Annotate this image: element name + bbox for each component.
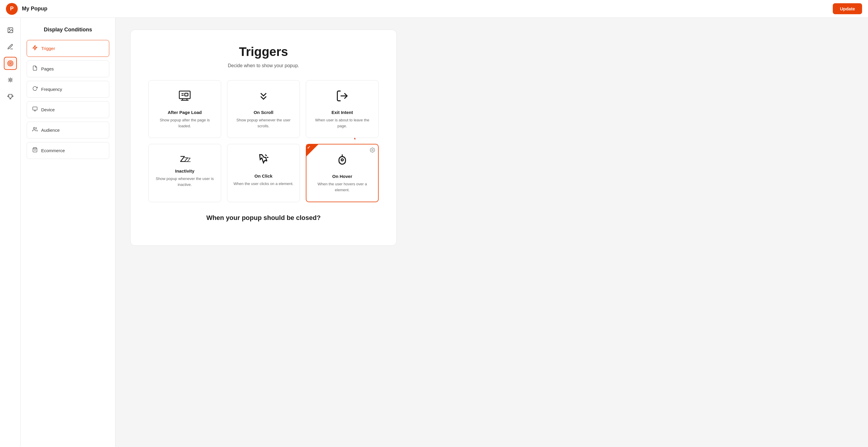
device-menu-label: Device <box>41 107 55 112</box>
svg-line-31 <box>265 155 267 156</box>
trigger-card-inactivity[interactable]: zzZ Inactivity Show popup whenever the u… <box>148 144 221 202</box>
trigger-card-on-hover[interactable]: On Hover When the user hovers over a ele… <box>306 144 379 202</box>
ecommerce-menu-icon <box>32 147 38 154</box>
app-title: My Popup <box>22 6 48 12</box>
svg-line-12 <box>11 78 12 79</box>
inactivity-name: Inactivity <box>175 168 194 173</box>
selected-check-badge <box>306 145 318 156</box>
sidebar-item-trophy[interactable] <box>4 90 17 103</box>
target-icon <box>7 60 13 67</box>
topbar: P My Popup Update <box>0 0 868 18</box>
trigger-card-on-click[interactable]: On Click When the user clicks on a eleme… <box>227 144 300 202</box>
svg-point-1 <box>9 29 10 30</box>
image-icon <box>7 27 13 33</box>
sidebar-item-pen[interactable] <box>4 40 17 53</box>
exit-icon <box>336 89 349 105</box>
page-load-name: After Page Load <box>167 110 202 115</box>
sidebar-item-target[interactable] <box>4 57 17 70</box>
pages-menu-icon <box>32 65 38 72</box>
device-menu-icon <box>32 106 38 113</box>
svg-line-10 <box>8 78 9 79</box>
click-icon <box>257 153 270 169</box>
exit-name: Exit Intent <box>332 110 353 115</box>
scroll-desc: Show popup whenever the user scrolls. <box>233 117 294 129</box>
trigger-menu-label: Trigger <box>41 46 55 51</box>
inactivity-desc: Show popup whenever the user is inactive… <box>155 176 215 187</box>
menu-item-frequency[interactable]: Frequency <box>27 81 109 98</box>
hover-icon <box>336 153 349 169</box>
frequency-menu-icon <box>32 86 38 93</box>
triggers-subtitle: Decide when to show your popup. <box>148 63 379 68</box>
svg-point-39 <box>344 162 345 164</box>
click-desc: When the user clicks on a element. <box>234 181 293 187</box>
page-load-desc: Show popup after the page is loaded. <box>155 117 215 129</box>
frequency-menu-label: Frequency <box>41 87 62 92</box>
svg-rect-26 <box>185 93 188 96</box>
svg-line-13 <box>8 81 9 82</box>
sleep-icon: zzZ <box>180 153 189 164</box>
menu-item-trigger[interactable]: Trigger <box>27 40 109 57</box>
icon-sidebar <box>0 18 21 447</box>
spider-icon <box>7 77 13 83</box>
svg-point-38 <box>340 162 341 164</box>
click-name: On Click <box>255 173 273 179</box>
svg-point-20 <box>33 127 35 129</box>
left-panel: Display Conditions Trigger Pages Frequen… <box>21 18 116 447</box>
menu-item-ecommerce[interactable]: Ecommerce <box>27 142 109 159</box>
svg-marker-16 <box>33 45 37 50</box>
main-content: Triggers Decide when to show your popup. <box>116 18 868 447</box>
trophy-icon <box>7 93 13 100</box>
sidebar-item-image[interactable] <box>4 24 17 37</box>
panel-title: Display Conditions <box>27 27 109 33</box>
update-button[interactable]: Update <box>833 3 862 14</box>
svg-point-35 <box>341 159 343 161</box>
menu-item-audience[interactable]: Audience <box>27 122 109 138</box>
scroll-name: On Scroll <box>254 110 274 115</box>
svg-point-3 <box>8 62 12 65</box>
scroll-icon <box>257 89 270 105</box>
logo-icon: P <box>6 3 18 15</box>
svg-point-5 <box>9 79 11 81</box>
content-card: Triggers Decide when to show your popup. <box>130 30 397 246</box>
pen-icon <box>7 43 13 50</box>
exit-desc: When user is about to leave the page. <box>312 117 372 129</box>
hover-name: On Hover <box>332 174 352 179</box>
topbar-left: P My Popup <box>6 3 48 15</box>
menu-item-device[interactable]: Device <box>27 101 109 118</box>
pages-menu-label: Pages <box>41 66 54 71</box>
svg-point-4 <box>10 63 11 64</box>
settings-gear-icon[interactable] <box>370 148 375 154</box>
triggers-title: Triggers <box>148 45 379 59</box>
page-load-icon <box>178 89 191 105</box>
svg-line-11 <box>11 81 12 82</box>
ecommerce-menu-label: Ecommerce <box>41 148 65 153</box>
menu-item-pages[interactable]: Pages <box>27 60 109 77</box>
sidebar-item-spider[interactable] <box>4 73 17 87</box>
audience-menu-label: Audience <box>41 128 60 133</box>
close-section-title: When your popup should be closed? <box>148 214 379 222</box>
trigger-card-exit-intent[interactable]: Exit Intent When user is about to leave … <box>306 80 379 138</box>
audience-menu-icon <box>32 127 38 133</box>
trigger-card-after-page-load[interactable]: After Page Load Show popup after the pag… <box>148 80 221 138</box>
hover-desc: When the user hovers over a element. <box>312 181 372 193</box>
trigger-menu-icon <box>32 45 38 52</box>
trigger-card-on-scroll[interactable]: On Scroll Show popup whenever the user s… <box>227 80 300 138</box>
svg-rect-17 <box>33 107 37 110</box>
svg-point-34 <box>372 150 373 151</box>
trigger-grid: After Page Load Show popup after the pag… <box>148 80 379 202</box>
